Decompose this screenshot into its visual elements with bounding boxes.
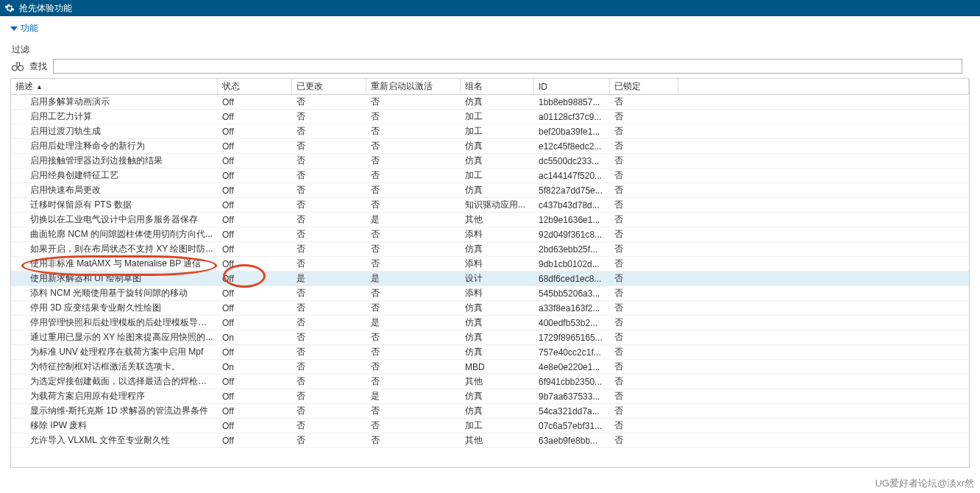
- cell-state[interactable]: Off: [218, 141, 292, 152]
- cell-state[interactable]: Off: [218, 406, 292, 416]
- table-row[interactable]: 启用经典创建特征工艺Off否否加工ac144147f520...否: [11, 169, 969, 183]
- cell-state[interactable]: Off: [218, 215, 292, 225]
- column-header-group[interactable]: 组名: [461, 79, 534, 94]
- table-row[interactable]: 切换以在工业电气设计中启用多服务器保存Off否是其他12b9e1636e1...…: [11, 213, 969, 227]
- cell-description: 为特征控制框对话框激活关联选项卡。: [11, 361, 218, 373]
- table-row[interactable]: 迁移时保留原有 PTS 数据Off否否知识驱动应用...c437b43d78d.…: [11, 198, 969, 213]
- cell-group: 加工: [461, 110, 534, 123]
- table-row[interactable]: 启用工艺力计算Off否否加工a01128cf37c9...否: [11, 110, 969, 124]
- cell-changed: 是: [292, 272, 366, 285]
- cell-group: 仿真: [461, 316, 534, 329]
- table-row[interactable]: 显示纳维-斯托克斯 1D 求解器的管流边界条件Off否否仿真54ca321dd7…: [11, 404, 969, 419]
- binoculars-icon[interactable]: [10, 59, 25, 74]
- cell-restart: 否: [366, 125, 461, 138]
- cell-restart: 否: [366, 361, 461, 373]
- cell-state[interactable]: Off: [218, 391, 292, 402]
- cell-state[interactable]: Off: [218, 97, 292, 107]
- column-header-changed[interactable]: 已更改: [292, 79, 366, 94]
- cell-state[interactable]: Off: [218, 377, 292, 387]
- cell-state[interactable]: Off: [218, 274, 292, 284]
- cell-id: 12b9e1636e1...: [534, 215, 610, 225]
- cell-state[interactable]: Off: [218, 127, 292, 137]
- cell-id: 5f822a7dd75e...: [534, 185, 610, 196]
- column-header-id[interactable]: ID: [534, 79, 610, 94]
- cell-restart: 否: [366, 228, 461, 241]
- window-title: 抢先体验功能: [19, 2, 72, 15]
- cell-group: MBD: [461, 362, 534, 372]
- cell-id: 07c6a57ebf31...: [534, 421, 610, 431]
- section-header[interactable]: 功能: [0, 16, 980, 40]
- svg-point-0: [13, 65, 18, 71]
- table-row[interactable]: 允许导入 VLXML 文件至专业耐久性Off否否其他63aeb9fe8bb...…: [11, 433, 969, 448]
- table-row[interactable]: 使用新求解器和 UI 绘制草图Off是是设计68df6ced1ec8...否: [11, 272, 969, 286]
- cell-locked: 否: [610, 184, 678, 196]
- cell-changed: 否: [292, 155, 366, 167]
- search-input[interactable]: [53, 59, 962, 74]
- cell-description: 允许导入 VLXML 文件至专业耐久性: [11, 434, 218, 447]
- table-row[interactable]: 曲面轮廓 NCM 的间隙圆柱体使用切削方向代...Off否否添料92d049f3…: [11, 227, 969, 242]
- cell-state[interactable]: Off: [218, 436, 292, 446]
- table-row[interactable]: 添料 NCM 光顺使用基于旋转间隙的移动Off否否添料545bb5206a3..…: [11, 286, 969, 301]
- cell-group: 仿真: [461, 140, 534, 152]
- search-label: 查找: [29, 60, 47, 73]
- cell-state[interactable]: Off: [218, 156, 292, 166]
- cell-locked: 否: [610, 346, 678, 358]
- table-row[interactable]: 启用快速布局更改Off否否仿真5f822a7dd75e...否: [11, 183, 969, 198]
- cell-group: 仿真: [461, 390, 534, 402]
- table-row[interactable]: 为载荷方案启用原有处理程序Off否是仿真9b7aa637533...否: [11, 389, 969, 404]
- cell-state[interactable]: Off: [218, 347, 292, 358]
- table-row[interactable]: 移除 IPW 废料Off否否加工07c6a57ebf31...否: [11, 419, 969, 433]
- collapse-icon: [10, 25, 18, 32]
- column-header-locked[interactable]: 已锁定: [610, 79, 678, 94]
- cell-restart: 是: [366, 390, 461, 402]
- cell-state[interactable]: Off: [218, 185, 292, 196]
- table-row[interactable]: 为选定焊接创建截面，以选择最适合的焊枪并...Off否否其他6f941cbb23…: [11, 375, 969, 389]
- column-header-description[interactable]: 描述 ▲: [11, 79, 218, 94]
- cell-state[interactable]: Off: [218, 318, 292, 328]
- table-row[interactable]: 启用接触管理器边到边接触的结果Off否否仿真dc5500dc233...否: [11, 154, 969, 169]
- cell-changed: 否: [292, 302, 366, 314]
- cell-state[interactable]: Off: [218, 259, 292, 269]
- table-row[interactable]: 如果开启，则在布局状态不支持 XY 绘图时防...Off否否仿真2bd63ebb…: [11, 242, 969, 257]
- cell-state[interactable]: Off: [218, 303, 292, 313]
- column-header-state[interactable]: 状态: [218, 79, 292, 94]
- cell-restart: 否: [366, 243, 461, 255]
- cell-locked: 否: [610, 331, 678, 344]
- table-row[interactable]: 启用后处理注释命令的新行为Off否否仿真e12c45f8edc2...否: [11, 139, 969, 154]
- cell-state[interactable]: On: [218, 333, 292, 343]
- cell-id: 545bb5206a3...: [534, 288, 610, 299]
- cell-group: 加工: [461, 419, 534, 432]
- cell-locked: 否: [610, 110, 678, 123]
- cell-state[interactable]: Off: [218, 112, 292, 122]
- cell-locked: 否: [610, 258, 678, 270]
- cell-id: 2bd63ebb25f...: [534, 244, 610, 255]
- table-row[interactable]: 使用非标准 MatAMX 与 Materialise BP 通信Off否否添料9…: [11, 257, 969, 272]
- table-row[interactable]: 停用 3D 应变结果专业耐久性绘图Off否否仿真a33f8ea163f2...否: [11, 301, 969, 316]
- cell-locked: 否: [610, 419, 678, 432]
- cell-restart: 是: [366, 272, 461, 285]
- cell-state[interactable]: Off: [218, 200, 292, 210]
- table-row[interactable]: 为标准 UNV 处理程序在载荷方案中启用 MpfOff否否仿真757e40cc2…: [11, 345, 969, 360]
- table-row[interactable]: 通过重用已显示的 XY 绘图来提高应用快照的...On否否仿真1729f8965…: [11, 330, 969, 345]
- cell-restart: 否: [366, 96, 461, 108]
- cell-locked: 否: [610, 213, 678, 226]
- cell-state[interactable]: Off: [218, 244, 292, 255]
- cell-state[interactable]: Off: [218, 171, 292, 181]
- grid-body[interactable]: 启用多解算动画演示Off否否仿真1bb8eb98857...否启用工艺力计算Of…: [11, 95, 969, 467]
- cell-locked: 否: [610, 199, 678, 211]
- table-row[interactable]: 启用过渡刀轨生成Off否否加工bef20ba39fe1...否: [11, 124, 969, 139]
- cell-description: 为载荷方案启用原有处理程序: [11, 390, 218, 402]
- cell-state[interactable]: On: [218, 362, 292, 372]
- table-row[interactable]: 为特征控制框对话框激活关联选项卡。On否否MBD4e8e0e220e1...否: [11, 360, 969, 375]
- table-row[interactable]: 启用多解算动画演示Off否否仿真1bb8eb98857...否: [11, 95, 969, 110]
- cell-state[interactable]: Off: [218, 288, 292, 299]
- cell-changed: 否: [292, 258, 366, 270]
- table-row[interactable]: 停用管理快照和后处理模板的后处理模板导航器Off否是仿真400edfb53b2.…: [11, 316, 969, 330]
- column-header-restart[interactable]: 重新启动以激活: [366, 79, 461, 94]
- cell-group: 其他: [461, 375, 534, 388]
- cell-state[interactable]: Off: [218, 230, 292, 240]
- cell-id: c437b43d78d...: [534, 200, 610, 210]
- cell-state[interactable]: Off: [218, 421, 292, 431]
- cell-restart: 否: [366, 434, 461, 447]
- cell-restart: 否: [366, 155, 461, 167]
